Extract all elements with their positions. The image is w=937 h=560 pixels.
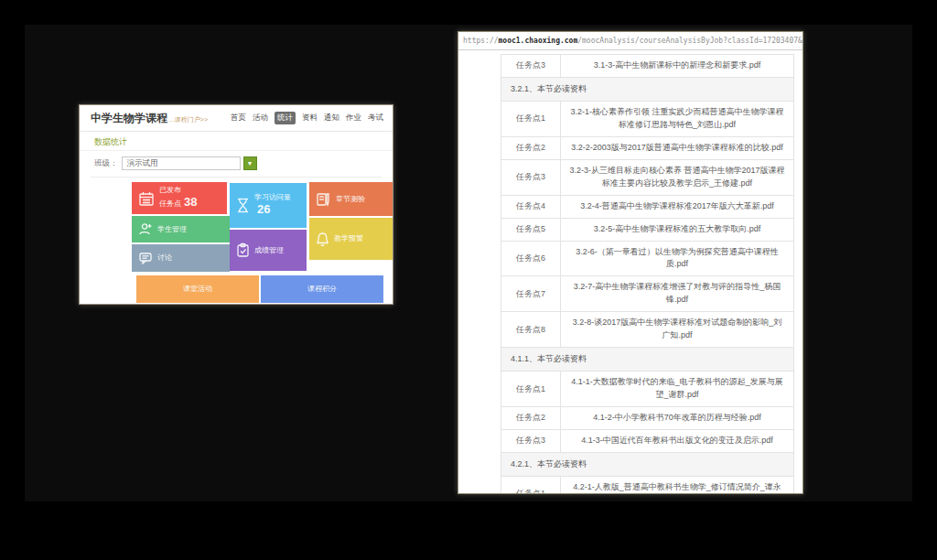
task-point-cell: 任务点1 [501,372,561,406]
nav-item-materials[interactable]: 资料 [302,113,318,124]
tile-chapter-quiz[interactable]: 章节测验 [309,182,393,216]
table-row: 任务点24.1-2-中小学教科书70年改革的历程与经验.pdf [501,407,793,430]
resource-pdf-link[interactable]: 3.2-8-谈2017版高中生物学课程标准对试题命制的影响_刘广知.pdf [561,312,793,347]
table-row: 任务点33.1-3-高中生物新课标中的新理念和新要求.pdf [501,55,793,78]
tile-label: 已发布 任务点38 [159,186,197,210]
statistics-tile-grid: 已发布 任务点38 学习访问量26 [132,182,393,303]
nav-item-statistics[interactable]: 统计 [275,112,296,124]
task-point-cell: 任务点4 [501,196,561,218]
chat-bubble-icon [138,252,153,264]
divider [91,177,382,178]
table-row: 任务点33.2-3-从三维目标走向核心素养 普通高中生物学2017版课程标准主要… [501,160,793,196]
tile-discussion[interactable]: 讨论 [132,244,230,272]
resource-pdf-link[interactable]: 3.1-3-高中生物新课标中的新理念和新要求.pdf [561,55,793,77]
nav-item-exam[interactable]: 考试 [368,113,383,124]
section-header-row: 3.2.1、本节必读资料 [501,78,793,102]
table-row: 任务点73.2-7-高中生物学课程标准增强了对教与评的指导性_杨国锋.pdf [501,276,793,312]
address-bar[interactable]: https://mooc1.chaoxing.com/moocAnalysis/… [458,32,802,50]
tile-learning-visits[interactable]: 学习访问量26 [230,183,307,228]
tile-label: 成绩管理 [254,246,284,255]
class-filter-row: 班级： 演示试用 ▼ [94,156,257,170]
resource-pdf-link[interactable]: 4.1-1-大数据教学时代的来临_电子教科书的源起_发展与展望_谢群.pdf [561,372,793,406]
tile-course-points[interactable]: 课程积分 [261,275,383,303]
url-path: /moocAnalysis/courseAnalysisByJob?classI… [577,37,802,45]
class-filter-label: 班级： [94,158,118,169]
task-point-cell: 任务点1 [501,102,561,136]
nav-item-notice[interactable]: 通知 [324,113,339,124]
course-title-text: 中学生物学课程 [91,112,167,124]
table-row: 任务点23.2-2-2003版与2017版普通高中生物学课程标准的比较.pdf [501,137,793,160]
url-domain: mooc1.chaoxing.com [499,37,578,45]
task-point-cell: 任务点3 [501,160,561,195]
desktop-background: 中学生物学课程...课程门户>> 首页 活动 统计 资料 通知 作业 考试 数据… [0,0,937,560]
course-header: 中学生物学课程...课程门户>> 首页 活动 统计 资料 通知 作业 考试 [80,105,393,132]
course-nav: 首页 活动 统计 资料 通知 作业 考试 [231,112,383,124]
tile-label: 章节测验 [336,195,365,204]
resource-pdf-link[interactable]: 4.1-3-中国近代百年教科书出版文化的变迁及启示.pdf [561,430,793,452]
task-point-cell: 任务点3 [501,55,561,77]
tile-classroom-activity[interactable]: 课堂活动 [136,275,259,303]
course-dashboard-window: 中学生物学课程...课程门户>> 首页 活动 统计 资料 通知 作业 考试 数据… [79,104,393,305]
resource-pdf-link[interactable]: 3.2-6-（第一章看过）以生物学为例探究普通高中课程性质.pdf [561,242,793,276]
tile-label: 讨论 [157,253,172,263]
calendar-icon [138,190,155,207]
task-point-cell: 任务点8 [501,312,561,347]
data-statistics-tab[interactable]: 数据统计 [94,136,127,148]
nav-item-homework[interactable]: 作业 [346,113,361,124]
resource-pdf-link[interactable]: 3.2-1-核心素养作引领 注重实践少而精普通高中生物学课程标准修订思路与特色_… [561,102,793,136]
clipboard-check-icon [236,242,250,258]
resource-pdf-link[interactable]: 3.2-3-从三维目标走向核心素养 普通高中生物学2017版课程标准主要内容比较… [561,160,793,195]
tile-label: 学习访问量26 [254,193,300,217]
task-point-cell: 任务点6 [501,242,561,276]
table-row: 任务点13.2-1-核心素养作引领 注重实践少而精普通高中生物学课程标准修订思路… [501,102,793,137]
nav-item-activity[interactable]: 活动 [253,113,268,124]
resource-pdf-link[interactable]: 3.2-5-高中生物学课程标准的五大教学取向.pdf [561,219,793,241]
tile-label: 课堂活动 [183,285,212,294]
task-point-cell: 任务点2 [501,137,561,159]
chevron-down-icon: ▼ [247,160,253,167]
resource-pdf-link[interactable]: 3.2-4-普通高中生物学课程标准2017年版六大革新.pdf [561,196,793,218]
table-row: 任务点34.1-3-中国近代百年教科书出版文化的变迁及启示.pdf [501,430,793,453]
learning-visit-count: 26 [257,202,270,216]
table-row: 任务点14.2-1-人教版_普通高中教科书生物学_修订情况简介_谭永平.pdf [501,477,793,494]
section-header-row: 4.2.1、本节必读资料 [501,453,793,477]
tile-grade-management[interactable]: 成绩管理 [230,230,307,271]
course-title: 中学生物学课程...课程门户>> [91,111,208,126]
tile-student-management[interactable]: 学生管理 [132,216,230,242]
course-portal-link[interactable]: ...课程门户>> [169,116,208,123]
published-task-count: 38 [184,195,197,209]
task-point-cell: 任务点1 [501,477,561,494]
task-point-cell: 任务点7 [501,276,561,311]
tile-label: 教学预警 [334,234,363,243]
nav-item-home[interactable]: 首页 [231,113,246,124]
url-protocol: https:// [463,37,499,45]
table-row: 任务点63.2-6-（第一章看过）以生物学为例探究普通高中课程性质.pdf [501,242,793,277]
resource-pdf-link[interactable]: 4.1-2-中小学教科书70年改革的历程与经验.pdf [561,407,793,429]
tile-label: 学生管理 [157,225,187,234]
class-select[interactable]: 演示试用 [122,156,241,170]
course-analysis-window: https://mooc1.chaoxing.com/moocAnalysis/… [458,31,803,494]
resource-pdf-link[interactable]: 3.2-2-2003版与2017版普通高中生物学课程标准的比较.pdf [561,137,793,159]
tile-published-task-points[interactable]: 已发布 任务点38 [132,182,227,214]
divider [80,150,393,151]
table-row: 任务点43.2-4-普通高中生物学课程标准2017年版六大革新.pdf [501,196,793,219]
bell-icon [316,232,329,247]
student-icon [138,222,153,236]
task-point-cell: 任务点2 [501,407,561,429]
book-pen-icon [316,192,331,207]
table-row: 任务点14.1-1-大数据教学时代的来临_电子教科书的源起_发展与展望_谢群.p… [501,372,793,407]
task-point-cell: 任务点5 [501,219,561,241]
class-select-dropdown-button[interactable]: ▼ [243,156,257,170]
table-row: 任务点83.2-8-谈2017版高中生物学课程标准对试题命制的影响_刘广知.pd… [501,312,793,348]
tile-label: 课程积分 [307,285,337,294]
resource-pdf-link[interactable]: 3.2-7-高中生物学课程标准增强了对教与评的指导性_杨国锋.pdf [561,276,793,311]
hourglass-icon [236,198,250,213]
table-row: 任务点53.2-5-高中生物学课程标准的五大教学取向.pdf [501,219,793,242]
tile-teaching-warning[interactable]: 教学预警 [309,218,393,260]
resource-pdf-link[interactable]: 4.2-1-人教版_普通高中教科书生物学_修订情况简介_谭永平.pdf [561,477,793,494]
section-header-row: 4.1.1、本节必读资料 [501,348,793,372]
task-point-cell: 任务点3 [501,430,561,452]
task-point-table: 任务点33.1-3-高中生物新课标中的新理念和新要求.pdf 3.2.1、本节必… [501,54,794,494]
